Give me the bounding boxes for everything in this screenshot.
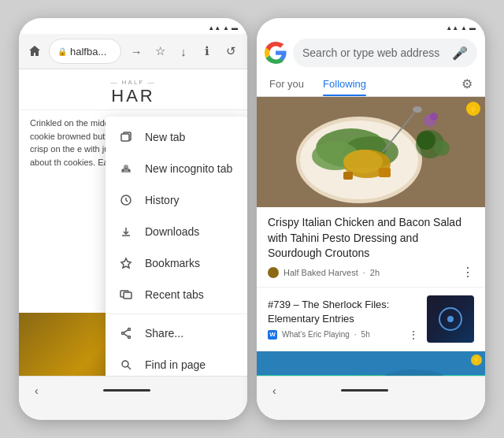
left-phone: ▲▲ ▲ ▬ 🔒 halfba... → ☆: [19, 18, 247, 420]
news-feed: ⚡ Crispy Italian Chicken and Bacon Salad…: [257, 97, 485, 376]
new-tab-icon: [118, 129, 134, 145]
settings-gear-icon[interactable]: ⚙: [461, 76, 472, 91]
battery-icon-right: ▬: [469, 24, 476, 32]
history-label: History: [145, 194, 180, 206]
article-2-source: What's Eric Playing: [282, 330, 350, 339]
menu-item-downloads[interactable]: Downloads: [106, 216, 247, 247]
toolbar-left: 🔒 halfba... → ☆ ↓ ℹ ↺: [19, 34, 247, 69]
lock-icon: 🔒: [57, 47, 67, 56]
menu-divider-1: [106, 314, 247, 314]
menu-item-new-tab[interactable]: New tab: [106, 121, 247, 153]
svg-rect-10: [124, 292, 132, 299]
search-placeholder: Search or type web address: [302, 46, 439, 59]
svg-point-11: [128, 328, 131, 331]
bottom-bar-left: [19, 404, 247, 420]
signal-icon-right: ▲▲: [446, 24, 458, 32]
address-text: halfba...: [70, 46, 106, 58]
lightning-icon: ⚡: [466, 102, 480, 116]
article-1-meta: Half Baked Harvest · 2h ⋮: [268, 266, 474, 279]
bottom-bar-right: [257, 404, 485, 420]
article-2-thumbnail: [427, 295, 474, 343]
browser-chrome-left: 🔒 halfba... → ☆ ↓ ℹ ↺: [19, 34, 247, 69]
svg-rect-27: [379, 168, 391, 177]
bottom-image: ⚡: [257, 351, 485, 376]
article-1-avatar: [268, 267, 279, 278]
page-header: — HALF — HAR: [19, 69, 247, 110]
mic-icon[interactable]: 🎤: [452, 46, 468, 61]
site-name: HAR: [32, 86, 235, 106]
bottom-nav-left: ‹: [19, 376, 247, 404]
bottom-nav-right: ‹: [257, 376, 485, 404]
wifi-icon: ▲: [223, 24, 229, 32]
article-1: Crispy Italian Chicken and Bacon Salad w…: [257, 207, 485, 288]
article-1-title: Crispy Italian Chicken and Bacon Salad w…: [268, 215, 474, 262]
search-bar: Search or type web address 🎤: [257, 34, 485, 72]
thumbnail-inner: [427, 295, 474, 343]
thumbnail-circle: [439, 307, 462, 331]
svg-point-32: [417, 131, 435, 150]
content-tabs: For you Following ⚙: [257, 72, 485, 97]
article-2-dot: ·: [354, 330, 357, 339]
back-button-left[interactable]: ‹: [35, 384, 39, 397]
forward-button[interactable]: →: [126, 41, 146, 61]
search-input[interactable]: Search or type web address 🎤: [293, 39, 477, 67]
menu-item-recent-tabs[interactable]: Recent tabs: [106, 279, 247, 310]
article-1-time: 2h: [370, 268, 380, 277]
svg-rect-28: [343, 172, 353, 180]
svg-point-4: [122, 169, 124, 172]
find-icon: [118, 357, 134, 373]
signal-icon: ▲▲: [208, 24, 220, 32]
incognito-icon: [118, 161, 134, 176]
tab-for-you[interactable]: For you: [269, 72, 304, 96]
menu-item-share[interactable]: Share...: [106, 317, 247, 349]
toolbar-actions: → ☆ ↓ ℹ ↺: [126, 41, 241, 61]
article-1-more-button[interactable]: ⋮: [461, 266, 474, 279]
article-2-meta: W What's Eric Playing · 5h ⋮: [268, 329, 419, 340]
home-button[interactable]: [25, 42, 44, 61]
google-logo: [265, 42, 287, 64]
svg-point-16: [122, 361, 128, 367]
svg-point-35: [430, 113, 438, 121]
lightning-icon-2: ⚡: [471, 354, 482, 366]
new-tab-label: New tab: [145, 131, 185, 143]
incognito-label: New incognito tab: [145, 162, 232, 175]
page-content: — HALF — HAR Crinkled on the middle, and…: [19, 69, 247, 376]
tab-following[interactable]: Following: [323, 72, 366, 96]
article-2-time: 5h: [361, 330, 370, 339]
bookmark-button[interactable]: ☆: [150, 41, 170, 61]
article-1-dot: ·: [363, 268, 365, 277]
home-indicator-right[interactable]: [341, 389, 388, 392]
bookmarks-icon: [118, 255, 134, 271]
article-2-content: #739 – The Sherlock Files: Elementary En…: [268, 298, 419, 340]
article-2: #739 – The Sherlock Files: Elementary En…: [257, 288, 485, 351]
status-bar-right: ▲▲ ▲ ▬: [257, 18, 485, 34]
download-button[interactable]: ↓: [173, 41, 194, 61]
share-icon: [118, 325, 134, 341]
svg-point-5: [128, 169, 131, 172]
svg-point-26: [343, 150, 383, 173]
svg-marker-8: [121, 258, 131, 268]
svg-line-17: [128, 366, 131, 369]
menu-item-find[interactable]: Find in page: [106, 349, 247, 376]
home-indicator-left[interactable]: [103, 389, 150, 392]
address-bar[interactable]: 🔒 halfba...: [49, 39, 121, 64]
right-phone: ▲▲ ▲ ▬ Search or type web address 🎤 For …: [257, 18, 485, 420]
svg-point-30: [413, 106, 422, 113]
svg-point-13: [122, 332, 124, 335]
status-icons-left: ▲▲ ▲ ▬: [208, 24, 238, 32]
menu-item-bookmarks[interactable]: Bookmarks: [106, 247, 247, 279]
back-button-right[interactable]: ‹: [272, 384, 276, 397]
recent-tabs-label: Recent tabs: [145, 288, 204, 301]
article-2-more-button[interactable]: ⋮: [408, 329, 419, 340]
svg-rect-2: [121, 134, 129, 141]
status-bar-left: ▲▲ ▲ ▬: [19, 18, 247, 34]
article-1-source: Half Baked Harvest: [284, 268, 358, 277]
svg-point-33: [434, 140, 450, 156]
wifi-icon-right: ▲: [461, 24, 467, 32]
menu-item-incognito[interactable]: New incognito tab: [106, 153, 247, 184]
thumbnail-dot: [447, 316, 454, 322]
downloads-icon: [118, 224, 134, 239]
menu-item-history[interactable]: History: [106, 184, 247, 216]
refresh-button[interactable]: ↺: [220, 41, 241, 61]
info-button[interactable]: ℹ: [197, 41, 217, 61]
